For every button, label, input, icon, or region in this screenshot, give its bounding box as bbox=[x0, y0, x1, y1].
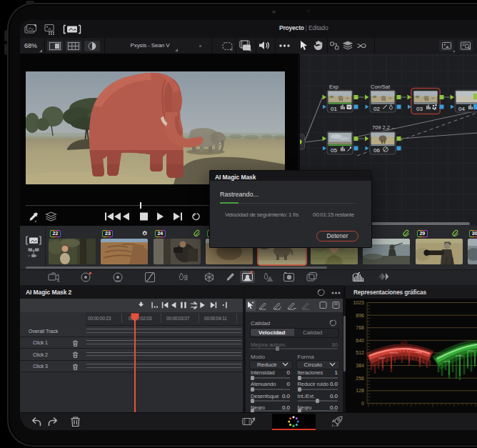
svg-text:05: 05 bbox=[331, 147, 337, 154]
svg-text:640: 640 bbox=[356, 338, 364, 343]
svg-text:04: 04 bbox=[458, 106, 465, 112]
svg-text:896: 896 bbox=[356, 313, 364, 318]
svg-text:128: 128 bbox=[356, 388, 364, 393]
svg-text:512: 512 bbox=[356, 350, 364, 355]
svg-text:02: 02 bbox=[373, 106, 380, 112]
svg-text:768: 768 bbox=[356, 325, 364, 330]
svg-text:06: 06 bbox=[373, 147, 380, 154]
svg-text:HQ: HQ bbox=[243, 46, 250, 50]
svg-text:HDR: HDR bbox=[115, 279, 121, 283]
svg-text:256: 256 bbox=[356, 376, 364, 381]
svg-text:03: 03 bbox=[416, 106, 423, 112]
svg-text:384: 384 bbox=[356, 363, 364, 368]
svg-text:1023: 1023 bbox=[353, 300, 364, 305]
svg-text:01: 01 bbox=[331, 106, 337, 112]
svg-text:0: 0 bbox=[361, 401, 364, 406]
